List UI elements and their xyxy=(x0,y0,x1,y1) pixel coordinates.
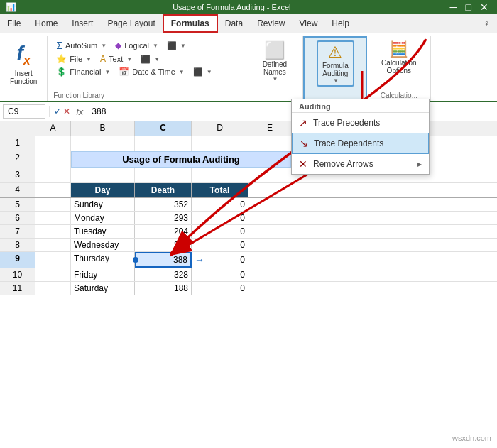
cell-death-9[interactable]: 388 → xyxy=(135,252,192,268)
menu-file[interactable]: File xyxy=(0,16,28,31)
recently-used-button[interactable]: ⭐ File ▼ xyxy=(53,53,94,65)
cell-death-7[interactable]: 204 xyxy=(135,225,192,238)
auditing-dropdown-menu: Auditing ↗ Trace Precedents ↘ Trace Depe… xyxy=(291,99,430,175)
cell-total-6[interactable]: 0 xyxy=(192,212,248,224)
menu-insert[interactable]: Insert xyxy=(65,16,100,31)
menu-bar: File Home Insert Page Layout Formulas Da… xyxy=(0,14,497,33)
col-header-d[interactable]: D xyxy=(192,121,248,136)
autosum-button[interactable]: Σ AutoSum ▼ xyxy=(53,39,109,52)
col-header-a[interactable]: A xyxy=(36,121,71,136)
trace-precedents-item[interactable]: ↗ Trace Precedents xyxy=(292,113,429,133)
text-button[interactable]: A Text ▼ xyxy=(97,53,135,65)
cell-a6[interactable] xyxy=(36,212,71,224)
cell-e4[interactable] xyxy=(248,183,291,197)
cell-day-header[interactable]: Day xyxy=(71,183,135,197)
formula-bar-divider: | xyxy=(48,105,51,118)
cell-death-5[interactable]: 352 xyxy=(135,198,192,211)
date-time-button[interactable]: 📅 Date & Time ▼ xyxy=(116,66,187,77)
col-header-c[interactable]: C xyxy=(135,121,192,136)
cell-total-11[interactable]: 0 xyxy=(192,282,248,295)
cell-total-7[interactable]: 0 xyxy=(192,225,248,238)
remove-arrows-item[interactable]: ✕ Remove Arrows ▶ xyxy=(292,154,429,174)
cell-e1[interactable] xyxy=(248,136,291,151)
menu-view[interactable]: View xyxy=(293,16,325,31)
insert-function-button[interactable]: fx InsertFunction xyxy=(6,40,41,87)
cell-day-6[interactable]: Monday xyxy=(71,212,135,224)
menu-data[interactable]: Data xyxy=(218,16,250,31)
defined-names-button[interactable]: ⬜ DefinedNames ▼ xyxy=(257,39,293,84)
cell-d3[interactable] xyxy=(192,168,248,182)
menu-home[interactable]: Home xyxy=(28,16,65,31)
cell-a1[interactable] xyxy=(36,136,71,151)
menu-help[interactable]: Help xyxy=(324,16,356,31)
cell-e11[interactable] xyxy=(248,282,291,295)
menu-formulas[interactable]: Formulas xyxy=(163,14,218,33)
cell-day-8[interactable]: Wednesday xyxy=(71,239,135,251)
close-button[interactable]: ✕ xyxy=(477,1,491,13)
logical-button[interactable]: ◆ Logical ▼ xyxy=(112,39,161,52)
defined-names-group: ⬜ DefinedNames ▼ xyxy=(246,36,303,101)
cell-b3[interactable] xyxy=(71,168,135,182)
cell-e5[interactable] xyxy=(248,198,291,211)
menu-review[interactable]: Review xyxy=(250,16,292,31)
formula-cancel-icon[interactable]: ✕ xyxy=(63,106,70,116)
trace-dependents-icon: ↘ xyxy=(300,138,308,149)
cell-b1[interactable] xyxy=(71,136,135,151)
cell-a11[interactable] xyxy=(36,282,71,295)
cell-total-5[interactable]: 0 xyxy=(192,198,248,211)
cell-total-8[interactable]: 0 xyxy=(192,239,248,251)
cell-a4[interactable] xyxy=(36,183,71,197)
cell-c1[interactable] xyxy=(135,136,192,151)
formula-auditing-button[interactable]: ⚠ FormulaAuditing ▼ xyxy=(317,40,354,87)
cell-death-10[interactable]: 328 xyxy=(135,268,192,281)
more-button-2[interactable]: ⬛ ▼ xyxy=(138,53,163,65)
cell-day-7[interactable]: Tuesday xyxy=(71,225,135,238)
cell-a3[interactable] xyxy=(36,168,71,182)
col-header-e[interactable]: E xyxy=(248,121,291,136)
cell-reference-input[interactable] xyxy=(3,104,45,119)
more-button-3[interactable]: ⬛ ▼ xyxy=(190,66,215,77)
cell-e10[interactable] xyxy=(248,268,291,281)
cell-death-8[interactable]: 349 xyxy=(135,239,192,251)
remove-arrows-icon: ✕ xyxy=(299,158,307,170)
more-button-1[interactable]: ⬛ ▼ xyxy=(164,39,189,52)
calculation-options-button[interactable]: 🧮 CalculationOptions xyxy=(377,39,420,76)
cell-a5[interactable] xyxy=(36,198,71,211)
trace-dependents-item[interactable]: ↘ Trace Dependents xyxy=(292,133,429,154)
table-row: 9 Thursday 388 → 0 xyxy=(0,252,497,268)
cell-a9[interactable] xyxy=(36,252,71,268)
row-num-3: 3 xyxy=(0,168,36,182)
cell-e9[interactable] xyxy=(248,252,291,268)
menu-extra[interactable]: ♀ xyxy=(476,16,497,31)
financial-dropdown-arrow: ▼ xyxy=(104,69,110,75)
cell-death-11[interactable]: 188 xyxy=(135,282,192,295)
cell-e7[interactable] xyxy=(248,225,291,238)
cell-day-9[interactable]: Thursday xyxy=(71,252,135,268)
cell-total-header[interactable]: Total xyxy=(192,183,248,197)
cell-d1[interactable] xyxy=(192,136,248,151)
cell-title[interactable]: Usage of Formula Auditing xyxy=(71,151,291,168)
remove-arrows-dropdown: ▶ xyxy=(417,161,422,168)
cell-e8[interactable] xyxy=(248,239,291,251)
cell-day-10[interactable]: Friday xyxy=(71,268,135,281)
cell-c3[interactable] xyxy=(135,168,192,182)
cell-a10[interactable] xyxy=(36,268,71,281)
cell-day-11[interactable]: Saturday xyxy=(71,282,135,295)
cell-a7[interactable] xyxy=(36,225,71,238)
maximize-button[interactable]: □ xyxy=(463,1,474,13)
cell-day-5[interactable]: Sunday xyxy=(71,198,135,211)
cell-a8[interactable] xyxy=(36,239,71,251)
cell-e3[interactable] xyxy=(248,168,291,182)
minimize-button[interactable]: ─ xyxy=(447,1,460,13)
financial-button[interactable]: 💲 Financial ▼ xyxy=(53,66,113,77)
formula-auditing-label: FormulaAuditing xyxy=(322,62,349,77)
menu-page-layout[interactable]: Page Layout xyxy=(100,16,162,31)
cell-a2[interactable] xyxy=(36,151,71,168)
formula-auditing-icon: ⚠ xyxy=(328,43,342,62)
formula-check-icon[interactable]: ✓ xyxy=(54,106,61,116)
cell-death-6[interactable]: 293 xyxy=(135,212,192,224)
cell-total-10[interactable]: 0 xyxy=(192,268,248,281)
col-header-b[interactable]: B xyxy=(71,121,135,136)
cell-death-header[interactable]: Death xyxy=(135,183,192,197)
cell-e6[interactable] xyxy=(248,212,291,224)
